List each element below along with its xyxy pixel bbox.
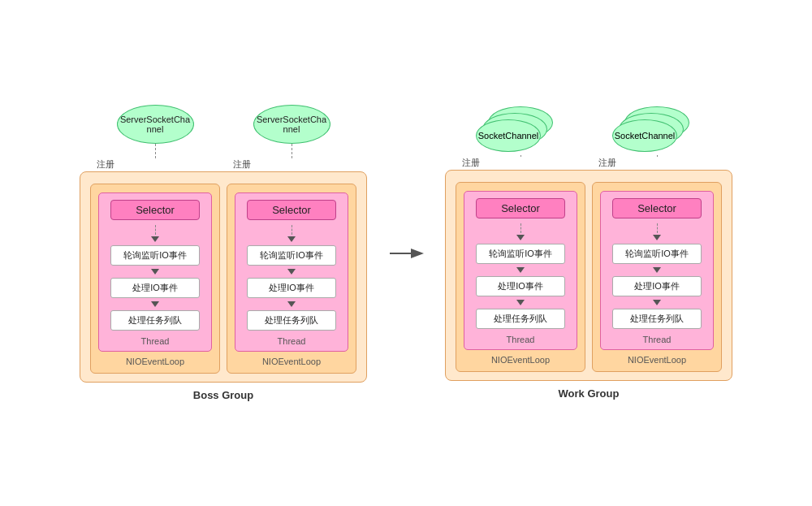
nio-event-loop-1: Selector 轮询监听IO事件 处理IO事件 处理任务列队 Thread N… xyxy=(90,184,220,374)
arrow-down-3 xyxy=(516,235,525,240)
thread-label-4: Thread xyxy=(643,335,672,344)
thread-area-3: Selector 轮询监听IO事件 处理IO事件 处理任务列队 Thread xyxy=(464,191,577,350)
work-channel-col-1: SocketChannel 注册 xyxy=(456,106,585,170)
poll-io-4: 轮询监听IO事件 xyxy=(612,244,702,264)
handle-io-4: 处理IO事件 xyxy=(612,276,702,296)
reg-label-4: 注册 xyxy=(598,157,616,169)
handle-io-2: 处理IO事件 xyxy=(247,278,336,298)
selector-2: Selector xyxy=(247,200,336,220)
task-queue-1: 处理任务列队 xyxy=(110,310,200,331)
boss-group-label: Boss Group xyxy=(193,389,253,401)
arrow-4b xyxy=(653,300,661,305)
selector-1: Selector xyxy=(110,200,200,220)
reg-label-3: 注册 xyxy=(462,157,480,169)
inner-stack-4: 轮询监听IO事件 处理IO事件 处理任务列队 xyxy=(606,242,708,331)
boss-channels: ServerSocketCha nnel 注册 ServerSocketCha … xyxy=(90,105,356,171)
arrow-2b xyxy=(287,301,296,307)
poll-io-1: 轮询监听IO事件 xyxy=(110,245,200,266)
boss-channel-col-2: ServerSocketCha nnel 注册 xyxy=(227,105,356,171)
nio-event-loop-3: Selector 轮询监听IO事件 处理IO事件 处理任务列队 Thread N… xyxy=(456,182,585,372)
arrow-2a xyxy=(287,269,296,275)
boss-group-inner: Selector 轮询监听IO事件 处理IO事件 处理任务列队 Thread N… xyxy=(80,171,367,383)
selector-dashed-2 xyxy=(292,225,292,235)
thread-label-2: Thread xyxy=(278,336,306,346)
nio-event-loop-4: Selector 轮询监听IO事件 处理IO事件 处理任务列队 Thread N… xyxy=(592,182,722,372)
selector-dashed-1 xyxy=(155,225,156,235)
work-group-label: Work Group xyxy=(559,387,620,400)
work-group-wrapper: SocketChannel 注册 SocketChannel 注册 Select… xyxy=(445,106,732,400)
arrow-4a xyxy=(653,267,661,273)
main-diagram: ServerSocketCha nnel 注册 ServerSocketCha … xyxy=(63,97,749,409)
nio-event-loop-2: Selector 轮询监听IO事件 处理IO事件 处理任务列队 Thread N… xyxy=(227,184,356,374)
arrow-down-2 xyxy=(287,236,296,242)
reg-line-4 xyxy=(657,155,658,157)
work-group-inner: Selector 轮询监听IO事件 处理IO事件 处理任务列队 Thread N… xyxy=(445,170,732,381)
arrow-1b xyxy=(151,301,159,307)
selector-dashed-4 xyxy=(657,223,658,233)
reg-label-1: 注册 xyxy=(97,158,114,171)
arrow-down-1 xyxy=(151,236,159,242)
server-socket-channel-1: ServerSocketCha nnel xyxy=(117,105,194,144)
task-queue-2: 处理任务列队 xyxy=(247,310,336,331)
arrow-3a xyxy=(516,267,525,273)
selector-3: Selector xyxy=(476,198,565,218)
nio-label-2: NIOEventLoop xyxy=(262,357,321,366)
nio-label-1: NIOEventLoop xyxy=(126,357,184,366)
socket-channel-front-1: SocketChannel xyxy=(476,119,541,152)
poll-io-3: 轮询监听IO事件 xyxy=(476,244,565,264)
socket-channel-stack-1: SocketChannel xyxy=(476,106,565,155)
thread-area-1: Selector 轮询监听IO事件 处理IO事件 处理任务列队 Thread xyxy=(98,192,212,352)
socket-channel-front-2: SocketChannel xyxy=(612,119,677,152)
thread-label-3: Thread xyxy=(507,335,535,344)
task-queue-3: 处理任务列队 xyxy=(476,309,565,329)
nio-label-4: NIOEventLoop xyxy=(628,355,686,365)
work-channels: SocketChannel 注册 SocketChannel 注册 xyxy=(456,106,722,170)
work-channel-col-2: SocketChannel 注册 xyxy=(592,106,722,170)
selector-4: Selector xyxy=(612,198,702,218)
inner-stack-3: 轮询监听IO事件 处理IO事件 处理任务列队 xyxy=(469,242,572,331)
inner-stack-1: 轮询监听IO事件 处理IO事件 处理任务列队 xyxy=(104,244,206,332)
reg-line-3 xyxy=(520,155,521,157)
handle-io-3: 处理IO事件 xyxy=(476,276,565,296)
arrow-3b xyxy=(516,300,525,305)
task-queue-4: 处理任务列队 xyxy=(612,309,702,329)
arrow-down-4 xyxy=(653,235,661,240)
reg-label-2: 注册 xyxy=(233,158,251,171)
group-arrow xyxy=(387,240,425,266)
nio-label-3: NIOEventLoop xyxy=(491,355,550,365)
thread-area-2: Selector 轮询监听IO事件 处理IO事件 处理任务列队 Thread xyxy=(235,192,348,352)
thread-label-1: Thread xyxy=(141,336,170,346)
inner-stack-2: 轮询监听IO事件 处理IO事件 处理任务列队 xyxy=(240,244,343,332)
handle-io-1: 处理IO事件 xyxy=(110,278,200,298)
reg-line-2 xyxy=(292,144,292,158)
arrow-1a xyxy=(151,269,159,275)
socket-channel-stack-2: SocketChannel xyxy=(612,106,702,155)
server-socket-channel-2: ServerSocketCha nnel xyxy=(253,105,330,144)
reg-line-1 xyxy=(155,144,156,158)
thread-area-4: Selector 轮询监听IO事件 处理IO事件 处理任务列队 Thread xyxy=(600,191,714,350)
boss-group-wrapper: ServerSocketCha nnel 注册 ServerSocketCha … xyxy=(80,105,367,401)
boss-channel-col-1: ServerSocketCha nnel 注册 xyxy=(90,105,220,171)
poll-io-2: 轮询监听IO事件 xyxy=(247,245,336,266)
selector-dashed-3 xyxy=(520,223,521,233)
